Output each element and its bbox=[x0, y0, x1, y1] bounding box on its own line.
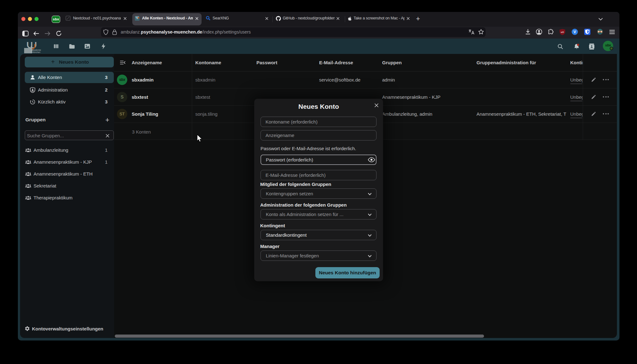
svg-text:uO: uO bbox=[561, 31, 564, 34]
svg-text:V: V bbox=[573, 30, 576, 34]
